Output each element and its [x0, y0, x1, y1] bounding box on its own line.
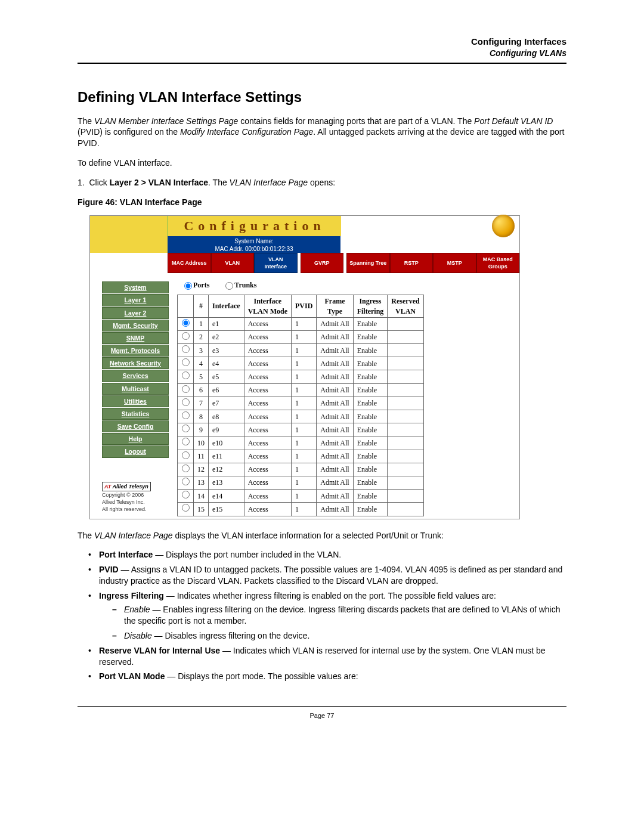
tab-vlan-interface[interactable]: VLAN Interface [254, 253, 298, 273]
sidebar-item-help[interactable]: Help [102, 433, 169, 445]
column-header: # [194, 295, 209, 317]
row-mode: Access [244, 357, 291, 370]
row-pvid: 1 [291, 357, 316, 370]
row-frametype: Admit All [317, 436, 353, 450]
sidebar-item-save-config[interactable]: Save Config [102, 420, 169, 432]
row-pvid: 1 [291, 330, 316, 343]
trunks-radio[interactable] [225, 282, 233, 290]
text: . The [208, 178, 230, 187]
table-row: 5e5Access1Admit AllEnable [178, 370, 424, 383]
row-interface: e12 [209, 463, 244, 476]
row-ingress: Enable [353, 410, 388, 423]
sidebar-item-logout[interactable]: Logout [102, 445, 169, 457]
tab-gvrp[interactable]: GVRP [301, 253, 344, 273]
row-select-radio[interactable] [182, 319, 190, 327]
row-mode: Access [244, 344, 291, 357]
row-select-radio[interactable] [182, 504, 190, 512]
step-1: 1. Click Layer 2 > VLAN Interface. The V… [78, 177, 566, 188]
table-row: 12e12Access1Admit AllEnable [178, 463, 424, 476]
row-select-radio[interactable] [182, 451, 190, 459]
vlan-interface-page-screenshot: Configuration System Name: MAC Addr. 00:… [89, 215, 520, 519]
row-ingress: Enable [353, 344, 388, 357]
row-select-radio[interactable] [182, 385, 190, 393]
copyright-line: Copyright © 2006 [102, 492, 144, 498]
row-interface: e7 [209, 397, 244, 410]
row-pvid: 1 [291, 383, 316, 397]
sidebar-item-layer-1[interactable]: Layer 1 [102, 294, 169, 306]
row-select-radio[interactable] [182, 478, 190, 485]
row-num: 9 [194, 423, 209, 436]
column-header: IngressFiltering [353, 295, 388, 317]
tab-spanning-tree[interactable]: Spanning Tree [346, 253, 390, 273]
row-reserved [388, 344, 423, 357]
sidebar-item-layer-2[interactable]: Layer 2 [102, 307, 169, 319]
header-rule [78, 63, 566, 64]
sidebar-item-system[interactable]: System [102, 281, 169, 293]
tab-rstp[interactable]: RSTP [390, 253, 434, 273]
sidebar-item-services[interactable]: Services [102, 370, 169, 382]
sidebar-item-multicast[interactable]: Multicast [102, 383, 169, 395]
column-header: InterfaceVLAN Mode [244, 295, 291, 317]
row-interface: e2 [209, 330, 244, 343]
option-desc: — Enables ingress filtering on the devic… [124, 605, 561, 625]
table-row: 14e14Access1Admit AllEnable [178, 490, 424, 503]
header-line2: Configuring VLANs [78, 48, 566, 59]
banner-title: Configuration [184, 217, 325, 235]
row-ingress: Enable [353, 503, 388, 516]
field-desc: — Displays the port mode. The possible v… [165, 671, 358, 681]
sidebar-item-utilities[interactable]: Utilities [102, 395, 169, 407]
row-select-radio[interactable] [182, 465, 190, 472]
row-mode: Access [244, 317, 291, 330]
ports-radio[interactable] [184, 282, 192, 290]
row-mode: Access [244, 476, 291, 489]
row-ingress: Enable [353, 463, 388, 476]
figure-caption: Figure 46: VLAN Interface Page [78, 197, 566, 208]
footer-rule [78, 706, 566, 707]
row-select-radio[interactable] [182, 358, 190, 366]
row-mode: Access [244, 383, 291, 397]
row-reserved [388, 436, 423, 450]
list-item: Ingress Filtering — Indicates whether in… [88, 590, 566, 642]
row-frametype: Admit All [317, 423, 353, 436]
column-header: Interface [209, 295, 244, 317]
intro-paragraph-2: To define VLAN interface. [78, 157, 566, 169]
row-reserved [388, 450, 423, 463]
row-frametype: Admit All [317, 370, 353, 383]
tab-mac-address[interactable]: MAC Address [168, 253, 211, 273]
row-select-radio[interactable] [182, 438, 190, 445]
row-ingress: Enable [353, 370, 388, 383]
tab-mstp[interactable]: MSTP [433, 253, 476, 273]
table-row: 9e9Access1Admit AllEnable [178, 423, 424, 436]
row-pvid: 1 [291, 344, 316, 357]
sidebar-item-snmp[interactable]: SNMP [102, 332, 169, 344]
row-select-radio[interactable] [182, 411, 190, 419]
sidebar-item-network-security[interactable]: Network Security [102, 357, 169, 369]
sidebar-item-mgmt-security[interactable]: Mgmt. Security [102, 320, 169, 332]
row-num: 7 [194, 397, 209, 410]
row-select-radio[interactable] [182, 345, 190, 353]
row-reserved [388, 410, 423, 423]
text-bold: Layer 2 > VLAN Interface [110, 178, 208, 187]
sidebar-item-statistics[interactable]: Statistics [102, 408, 169, 420]
table-row: 11e11Access1Admit AllEnable [178, 450, 424, 463]
row-reserved [388, 397, 423, 410]
sidebar-footer: AT Allied Telesyn Copyright © 2006 Allie… [102, 482, 169, 513]
row-select-radio[interactable] [182, 398, 190, 406]
text-italic: Port Default VLAN ID [474, 116, 553, 126]
tab-mac-based-groups[interactable]: MAC Based Groups [476, 253, 520, 273]
row-select-radio[interactable] [182, 332, 190, 340]
row-frametype: Admit All [317, 344, 353, 357]
option-name: Disable [124, 631, 152, 640]
row-num: 8 [194, 410, 209, 423]
row-num: 2 [194, 330, 209, 343]
row-select-radio[interactable] [182, 491, 190, 498]
option-desc: — Disables ingress filtering on the devi… [152, 631, 310, 640]
text-italic: Modify Interface Configuration Page [180, 127, 313, 137]
row-select-radio[interactable] [182, 371, 190, 379]
sidebar-item-mgmt-protocols[interactable]: Mgmt. Protocols [102, 345, 169, 357]
row-select-radio[interactable] [182, 425, 190, 432]
table-row: 3e3Access1Admit AllEnable [178, 344, 424, 357]
tab-vlan[interactable]: VLAN [211, 253, 255, 273]
system-name-bar: System Name: MAC Addr. 00:00:b0:01:22:33 [90, 236, 519, 253]
table-row: 6e6Access1Admit AllEnable [178, 383, 424, 397]
